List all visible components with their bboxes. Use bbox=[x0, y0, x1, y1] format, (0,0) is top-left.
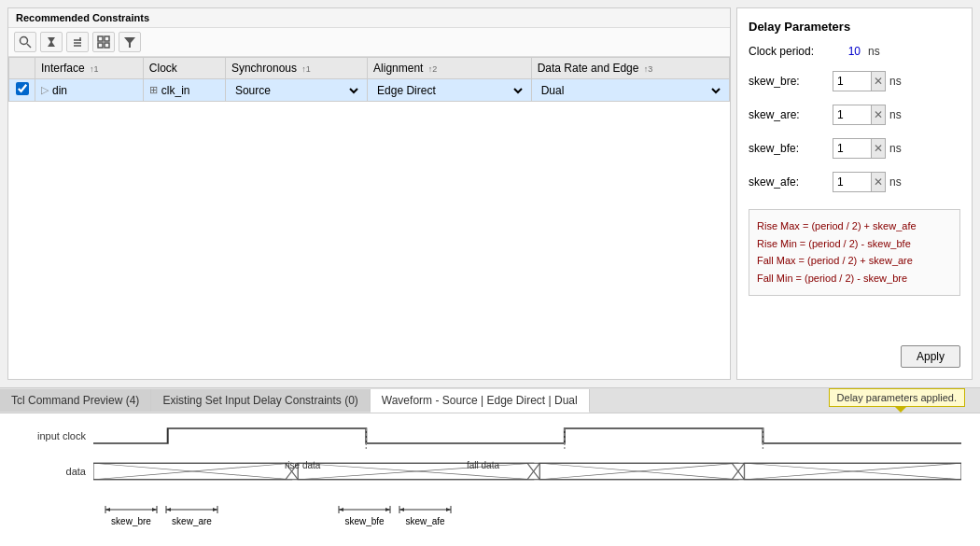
svg-line-1 bbox=[27, 44, 31, 48]
skew-bfe-clear[interactable]: ✕ bbox=[871, 139, 885, 158]
top-section: Recommended Constraints bbox=[0, 0, 980, 387]
svg-point-0 bbox=[21, 37, 28, 45]
clock-icon: ⊞ bbox=[149, 84, 158, 96]
skew-are-clear[interactable]: ✕ bbox=[871, 105, 885, 124]
svg-rect-9 bbox=[105, 36, 109, 41]
file-icon: ▷ bbox=[41, 84, 49, 96]
svg-rect-11 bbox=[105, 43, 109, 48]
fall-data-label: fall data bbox=[467, 460, 499, 470]
skew-bre-unit: ns bbox=[889, 75, 902, 88]
skew-bre-text: skew_bre bbox=[111, 516, 151, 526]
alignment-select[interactable]: Edge Direct Center Aligned bbox=[373, 83, 525, 98]
skew-afe-clear[interactable]: ✕ bbox=[871, 173, 885, 191]
group-button[interactable] bbox=[92, 32, 115, 52]
table-container: Interface ↑1 Clock Synchronous ↑1 Alignm… bbox=[8, 57, 730, 379]
apply-button[interactable]: Apply bbox=[901, 345, 960, 368]
add-button[interactable] bbox=[66, 32, 89, 52]
skew-annotations: skew_bre skew_are bbox=[19, 503, 961, 526]
skew-are-unit: ns bbox=[889, 108, 902, 121]
skew-bre-label: skew_bre: bbox=[749, 75, 833, 88]
clock-period-unit: ns bbox=[868, 45, 880, 58]
skew-bfe-unit: ns bbox=[889, 142, 902, 155]
skew-are-annotation: skew_are bbox=[161, 503, 222, 526]
skew-are-row: skew_are: ✕ ns bbox=[749, 105, 960, 125]
badge-arrow bbox=[895, 407, 906, 413]
badge-container: Delay parameters applied. bbox=[829, 388, 973, 413]
skew-bfe-annotation: skew_bfe bbox=[334, 503, 395, 526]
waveform-area: input clock data bbox=[0, 413, 980, 546]
svg-rect-8 bbox=[98, 36, 103, 41]
svg-marker-53 bbox=[385, 508, 390, 511]
skew-are-text: skew_are bbox=[172, 516, 212, 526]
left-panel: Recommended Constraints bbox=[7, 7, 731, 380]
skew-bfe-row: skew_bfe: ✕ ns bbox=[749, 138, 960, 159]
svg-marker-57 bbox=[399, 508, 404, 511]
search-button[interactable] bbox=[14, 32, 36, 52]
skew-bfe-input-wrap: ✕ bbox=[833, 138, 886, 159]
data-waveform-row: data bbox=[19, 458, 961, 484]
svg-marker-52 bbox=[339, 508, 343, 511]
formula-fall-max: Fall Max = (period / 2) + skew_are bbox=[757, 252, 952, 270]
skew-bre-row: skew_bre: ✕ ns bbox=[749, 71, 960, 91]
row-clock-cell: ⊞ clk_in bbox=[143, 79, 225, 102]
svg-rect-10 bbox=[98, 43, 103, 48]
formula-fall-min: Fall Min = (period / 2) - skew_bre bbox=[757, 270, 952, 287]
skew-afe-input[interactable] bbox=[833, 173, 871, 191]
svg-marker-43 bbox=[152, 508, 157, 511]
svg-marker-12 bbox=[124, 37, 135, 48]
sort-button[interactable] bbox=[40, 32, 63, 52]
clock-period-label: Clock period: bbox=[749, 45, 833, 58]
clock-signal-label: input clock bbox=[19, 430, 93, 441]
data-rate-select[interactable]: Dual Single bbox=[538, 83, 723, 98]
interface-name: din bbox=[52, 84, 67, 97]
clock-name: clk_in bbox=[161, 84, 190, 97]
tab-existing-constraints[interactable]: Existing Set Input Delay Constraints (0) bbox=[151, 389, 370, 412]
constraints-table: Interface ↑1 Clock Synchronous ↑1 Alignm… bbox=[8, 57, 730, 102]
svg-marker-42 bbox=[105, 508, 110, 511]
skew-afe-unit: ns bbox=[889, 175, 902, 189]
col-clock: Clock bbox=[143, 58, 225, 79]
synchronous-select[interactable]: Source Destination bbox=[231, 83, 361, 98]
data-signal-label: data bbox=[19, 466, 93, 477]
skew-afe-label: skew_afe: bbox=[749, 175, 833, 189]
row-checkbox[interactable] bbox=[16, 82, 29, 95]
row-alignment-cell: Edge Direct Center Aligned bbox=[368, 79, 532, 102]
clock-period-row: Clock period: 10 ns bbox=[749, 45, 960, 58]
skew-are-input[interactable] bbox=[833, 105, 871, 124]
skew-bre-input-wrap: ✕ bbox=[833, 71, 886, 91]
tab-waveform[interactable]: Waveform - Source | Edge Direct | Dual bbox=[371, 389, 590, 413]
skew-bfe-input[interactable] bbox=[833, 139, 871, 158]
formula-box: Rise Max = (period / 2) + skew_afe Rise … bbox=[749, 209, 960, 296]
skew-afe-annotation: skew_afe bbox=[395, 503, 455, 526]
skew-bre-clear[interactable]: ✕ bbox=[871, 72, 885, 91]
clock-period-value: 10 bbox=[833, 45, 861, 58]
panel-title: Recommended Constraints bbox=[8, 8, 730, 28]
skew-bre-annotation: skew_bre bbox=[101, 503, 161, 526]
main-container: Recommended Constraints bbox=[0, 0, 980, 546]
right-panel: Delay Parameters Clock period: 10 ns ske… bbox=[736, 7, 973, 380]
skew-afe-row: skew_afe: ✕ ns bbox=[749, 172, 960, 192]
col-data-rate: Data Rate and Edge ↑3 bbox=[531, 58, 729, 79]
row-synchronous-cell: Source Destination bbox=[225, 79, 367, 102]
svg-marker-58 bbox=[446, 508, 451, 511]
skew-are-input-wrap: ✕ bbox=[833, 105, 886, 125]
skew-afe-text: skew_afe bbox=[405, 516, 444, 526]
applied-badge: Delay parameters applied. bbox=[829, 388, 965, 407]
skew-afe-input-wrap: ✕ bbox=[833, 172, 886, 192]
col-check bbox=[9, 58, 35, 79]
rise-data-label: rise data bbox=[285, 460, 320, 470]
clock-wave-track bbox=[93, 423, 961, 449]
formula-rise-max: Rise Max = (period / 2) + skew_afe bbox=[757, 217, 952, 235]
filter-button[interactable] bbox=[119, 32, 141, 52]
tab-tcl-preview[interactable]: Tcl Command Preview (4) bbox=[0, 389, 151, 412]
row-check-cell bbox=[9, 79, 35, 102]
bottom-section: Tcl Command Preview (4) Existing Set Inp… bbox=[0, 387, 980, 546]
row-interface-cell: ▷ din bbox=[35, 79, 144, 102]
skew-bre-input[interactable] bbox=[833, 72, 871, 91]
col-synchronous: Synchronous ↑1 bbox=[225, 58, 367, 79]
table-row: ▷ din ⊞ clk_in bbox=[9, 79, 730, 102]
col-alignment: Alignment ↑2 bbox=[368, 58, 532, 79]
toolbar bbox=[8, 28, 730, 57]
skew-bfe-label: skew_bfe: bbox=[749, 142, 833, 155]
col-interface: Interface ↑1 bbox=[35, 58, 144, 79]
